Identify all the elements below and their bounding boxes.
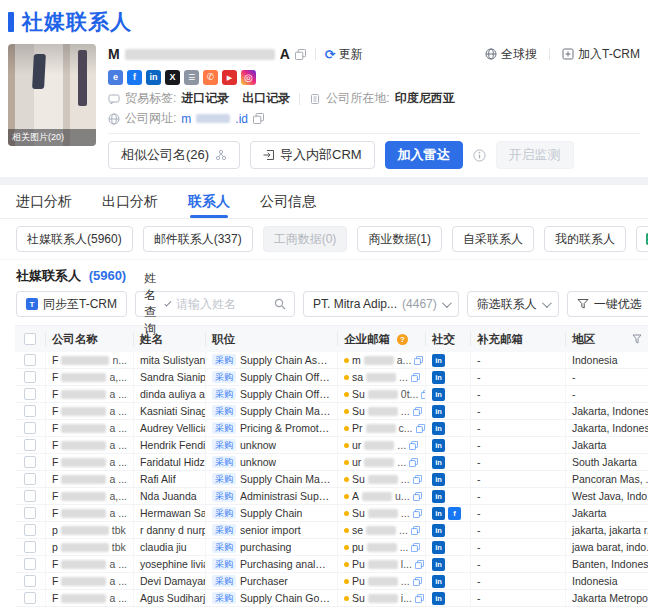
linkedin-icon[interactable]: in bbox=[432, 422, 445, 435]
linkedin-icon[interactable]: in bbox=[146, 70, 161, 85]
tab-company-info[interactable]: 公司信息 bbox=[260, 185, 316, 218]
position-cell: 采购unknow bbox=[205, 437, 337, 453]
linkedin-icon[interactable]: in bbox=[432, 388, 445, 401]
subtab-social-contacts[interactable]: 社媒联系人(5960) bbox=[16, 226, 133, 252]
linkedin-icon[interactable]: in bbox=[432, 541, 445, 554]
tab-contacts[interactable]: 联系人 bbox=[188, 185, 230, 218]
linkedin-icon[interactable]: in bbox=[432, 354, 445, 367]
linkedin-icon[interactable]: in bbox=[432, 473, 445, 486]
linkedin-icon[interactable]: in bbox=[432, 592, 445, 605]
instagram-icon[interactable]: ◎ bbox=[241, 70, 256, 85]
linkedin-icon[interactable]: in bbox=[432, 371, 445, 384]
linkedin-icon[interactable]: in bbox=[432, 490, 445, 503]
company-filter-dropdown[interactable]: PT. Mitra Adip... (4467) bbox=[303, 291, 459, 317]
x-icon[interactable]: X bbox=[165, 70, 180, 85]
linkedin-icon[interactable]: in bbox=[432, 558, 445, 571]
copy-icon[interactable] bbox=[414, 356, 423, 365]
refresh-button[interactable]: ⟳ 更新 bbox=[325, 46, 363, 63]
row-checkbox[interactable] bbox=[24, 541, 36, 553]
facebook-icon[interactable]: f bbox=[127, 70, 142, 85]
linkedin-icon[interactable]: in bbox=[432, 439, 445, 452]
row-checkbox[interactable] bbox=[24, 473, 36, 485]
row-checkbox[interactable] bbox=[24, 422, 36, 434]
info-icon[interactable] bbox=[473, 149, 486, 162]
website-suffix[interactable]: .id bbox=[235, 112, 248, 126]
website-prefix[interactable]: m bbox=[181, 112, 191, 126]
copy-icon[interactable] bbox=[409, 458, 418, 467]
copy-icon[interactable] bbox=[409, 441, 418, 450]
trade-tag-export[interactable]: 出口记录 bbox=[242, 90, 290, 107]
search-icon[interactable] bbox=[272, 298, 294, 310]
linkedin-icon[interactable]: in bbox=[432, 456, 445, 469]
related-images-caption[interactable]: 相关图片(20) bbox=[8, 129, 96, 146]
linkedin-icon[interactable]: in bbox=[432, 507, 445, 520]
row-checkbox[interactable] bbox=[24, 405, 36, 417]
row-checkbox[interactable] bbox=[24, 558, 36, 570]
region-cell: Indonesia bbox=[565, 573, 648, 589]
name-search-input[interactable] bbox=[176, 297, 272, 311]
copy-icon[interactable] bbox=[413, 407, 422, 416]
trade-tag-import[interactable]: 进口记录 bbox=[181, 90, 229, 107]
copy-icon[interactable] bbox=[295, 49, 306, 60]
sync-tcrm-button[interactable]: T 同步至T-CRM bbox=[16, 291, 127, 317]
tab-import-analysis[interactable]: 进口分析 bbox=[16, 185, 72, 218]
row-checkbox[interactable] bbox=[24, 354, 36, 366]
subtab-business-registry[interactable]: 工商数据(0) bbox=[263, 226, 348, 252]
copy-icon[interactable] bbox=[413, 475, 422, 484]
copy-icon[interactable] bbox=[415, 594, 424, 603]
contact-name-cell: Agus Sudiharjo bbox=[133, 590, 205, 606]
row-checkbox[interactable] bbox=[24, 592, 36, 604]
blog-icon[interactable]: e bbox=[108, 70, 123, 85]
linkedin-icon[interactable]: in bbox=[432, 524, 445, 537]
copy-icon[interactable] bbox=[413, 492, 422, 501]
row-checkbox[interactable] bbox=[24, 490, 36, 502]
tcrm-sync-icon: T bbox=[26, 298, 38, 310]
company-prefix: F bbox=[52, 592, 58, 604]
copy-icon[interactable] bbox=[411, 373, 420, 382]
region-cell: Jakarta bbox=[565, 505, 648, 521]
copy-icon[interactable] bbox=[413, 577, 422, 586]
copy-icon[interactable] bbox=[415, 560, 424, 569]
linkedin-icon[interactable]: in bbox=[432, 405, 445, 418]
join-radar-button[interactable]: 加入雷达 bbox=[385, 141, 463, 169]
select-all-checkbox[interactable] bbox=[24, 333, 36, 345]
filter-contacts-dropdown[interactable]: 筛选联系人 bbox=[467, 291, 559, 317]
youtube-icon[interactable]: ▶ bbox=[222, 70, 237, 85]
similar-companies-label: 相似公司名(26) bbox=[121, 146, 209, 164]
copy-icon[interactable] bbox=[413, 509, 422, 518]
join-tcrm-link[interactable]: 加入T-CRM bbox=[562, 46, 640, 63]
import-crm-button[interactable]: 导入内部CRM bbox=[250, 141, 375, 169]
one-click-optimize-button[interactable]: 一键优选 bbox=[567, 291, 648, 317]
copy-icon[interactable] bbox=[416, 424, 425, 433]
export-excel-button[interactable]: X 导出 Excel bbox=[636, 226, 648, 252]
copy-icon[interactable] bbox=[411, 543, 420, 552]
linkedin-icon[interactable]: in bbox=[432, 575, 445, 588]
subtab-commercial-data[interactable]: 商业数据(1) bbox=[357, 226, 442, 252]
redacted-text bbox=[61, 373, 106, 382]
row-checkbox[interactable] bbox=[24, 439, 36, 451]
similar-companies-button[interactable]: 相似公司名(26) bbox=[108, 141, 240, 169]
row-checkbox[interactable] bbox=[24, 388, 36, 400]
row-checkbox[interactable] bbox=[24, 507, 36, 519]
row-checkbox[interactable] bbox=[24, 371, 36, 383]
global-search-link[interactable]: 全球搜 bbox=[485, 46, 537, 63]
row-checkbox[interactable] bbox=[24, 524, 36, 536]
row-checkbox[interactable] bbox=[24, 575, 36, 587]
row-checkbox[interactable] bbox=[24, 456, 36, 468]
facebook-icon[interactable]: f bbox=[448, 507, 461, 520]
copy-icon[interactable] bbox=[253, 113, 264, 124]
phone-icon[interactable]: ✆ bbox=[203, 70, 218, 85]
subtab-my-contacts[interactable]: 我的联系人 bbox=[544, 226, 626, 252]
start-monitor-button[interactable]: 开启监测 bbox=[496, 141, 574, 169]
subtab-self-collected[interactable]: 自采联系人 bbox=[452, 226, 534, 252]
help-icon[interactable]: ? bbox=[397, 334, 408, 345]
subtab-email-contacts[interactable]: 邮件联系人(337) bbox=[143, 226, 253, 252]
name-query-dropdown[interactable]: 姓名查询 bbox=[136, 270, 176, 338]
email-suffix: c... bbox=[399, 422, 413, 434]
tab-export-analysis[interactable]: 出口分析 bbox=[102, 185, 158, 218]
copy-icon[interactable] bbox=[411, 526, 420, 535]
company-profile-icon[interactable]: ☰ bbox=[184, 70, 199, 85]
filter-icon[interactable] bbox=[632, 334, 642, 344]
company-photo[interactable]: 相关图片(20) bbox=[8, 44, 96, 146]
email-suffix: ... bbox=[401, 507, 410, 519]
